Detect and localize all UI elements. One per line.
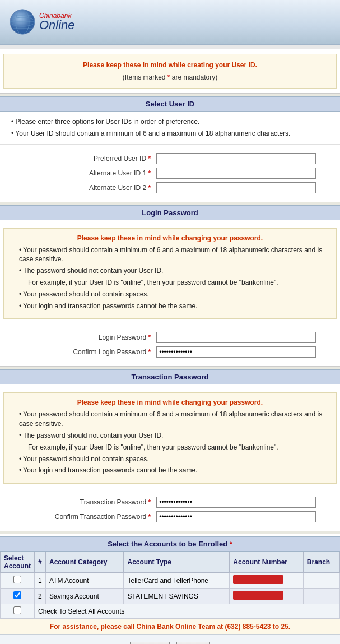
transaction-password-label: Transaction Password * xyxy=(0,495,153,509)
select-all-label: Check To Select All Accounts xyxy=(38,608,125,615)
back-button[interactable]: Back xyxy=(176,642,211,644)
login-password-form: Login Password * Confirm Login Password … xyxy=(0,323,340,366)
account-2-type: STATEMENT SAVINGS xyxy=(124,589,230,604)
login-hint-4: Your login and transaction passwords can… xyxy=(12,302,328,311)
keep-in-mind-text: Please keep these in mind while creating… xyxy=(15,61,325,69)
login-hint-2-sub: For example, if your User ID is "online"… xyxy=(12,278,328,288)
transaction-password-cell xyxy=(153,495,340,509)
alternate-user-id-2-label: Alternate User ID 2 * xyxy=(0,180,153,195)
bullet-item-2: Your User ID should contain a minimum of… xyxy=(11,129,334,138)
submit-button[interactable]: Submit xyxy=(130,642,170,644)
login-hint-1: Your password should contain a minimum o… xyxy=(12,245,328,265)
account-1-checkbox-cell xyxy=(1,573,35,589)
divider-4 xyxy=(0,531,340,534)
preferred-user-id-cell xyxy=(153,151,340,166)
page-wrapper: Chinabank Online Please keep these in mi… xyxy=(0,0,340,644)
alternate-user-id-1-row: Alternate User ID 1 * xyxy=(0,166,340,180)
login-hint-3: Your password should not contain spaces. xyxy=(12,290,328,299)
transaction-password-header: Transaction Password xyxy=(0,369,340,384)
account-row-2: 2 Savings Account STATEMENT SAVINGS xyxy=(1,589,340,604)
account-table: SelectAccount # Account Category Account… xyxy=(0,552,340,619)
mandatory-suffix: are mandatory) xyxy=(170,73,217,81)
confirm-login-password-input[interactable] xyxy=(156,346,316,358)
bullet-item-1: Please enter three options for User IDs … xyxy=(11,117,334,127)
transaction-hint-3: Your password should not contain spaces. xyxy=(12,455,328,464)
select-all-checkbox[interactable] xyxy=(13,606,21,614)
account-1-checkbox[interactable] xyxy=(13,576,21,583)
confirm-transaction-password-label: Confirm Transaction Password * xyxy=(0,509,153,524)
account-1-branch xyxy=(303,573,339,589)
account-1-category: ATM Account xyxy=(46,573,124,589)
logo-globe-icon xyxy=(8,8,36,36)
account-1-num: 1 xyxy=(35,573,46,589)
confirm-login-password-row: Confirm Login Password * xyxy=(0,345,340,359)
login-hint-title: Please keep these in mind while changing… xyxy=(12,234,328,242)
confirm-transaction-password-cell xyxy=(153,509,340,524)
login-password-table: Login Password * Confirm Login Password … xyxy=(0,330,340,359)
spacer-1 xyxy=(0,220,340,224)
account-2-branch xyxy=(303,589,339,604)
account-2-checkbox[interactable] xyxy=(13,591,21,599)
mandatory-note: (Items marked * are mandatory) xyxy=(15,73,325,81)
transaction-hint-title: Please keep these in mind while changing… xyxy=(12,399,328,406)
logo-online: Online xyxy=(39,18,75,32)
button-area: Submit Back xyxy=(0,634,340,644)
account-1-type: TellerCard and TellerPhone xyxy=(124,573,230,589)
alternate-user-id-2-input[interactable] xyxy=(156,182,316,193)
account-1-number-redacted xyxy=(233,575,283,584)
account-2-category: Savings Account xyxy=(46,589,124,604)
logo-text: Chinabank Online xyxy=(39,12,75,31)
login-password-input[interactable] xyxy=(156,332,316,343)
account-2-number xyxy=(230,589,303,604)
account-enrollment-section: Select the Accounts to be Enrolled * Sel… xyxy=(0,536,340,619)
logo-area: Chinabank Online xyxy=(8,8,75,36)
account-table-header-row: SelectAccount # Account Category Account… xyxy=(1,552,340,573)
header-separator xyxy=(0,45,340,49)
info-box: Please keep these in mind while creating… xyxy=(3,54,337,89)
col-type: Account Type xyxy=(124,552,230,573)
alternate-user-id-1-input[interactable] xyxy=(156,168,316,179)
preferred-user-id-input[interactable] xyxy=(156,153,316,164)
login-password-hint-box: Please keep these in mind while changing… xyxy=(3,228,337,319)
enroll-header: Select the Accounts to be Enrolled * xyxy=(0,536,340,552)
transaction-password-table: Transaction Password * Confirm Transacti… xyxy=(0,495,340,524)
user-id-bullets: Please enter three options for User IDs … xyxy=(0,112,340,145)
col-branch: Branch xyxy=(303,552,339,573)
col-category: Account Category xyxy=(46,552,124,573)
confirm-transaction-password-input[interactable] xyxy=(156,511,316,522)
account-row-1: 1 ATM Account TellerCard and TellerPhone xyxy=(1,573,340,589)
col-num: # xyxy=(35,552,46,573)
header: Chinabank Online xyxy=(0,0,340,45)
enroll-title: Select the Accounts to be Enrolled xyxy=(108,540,227,548)
account-1-number xyxy=(230,573,303,589)
assistance-bar: For assistance, please call China Bank O… xyxy=(0,619,340,634)
login-password-row: Login Password * xyxy=(0,330,340,345)
confirm-login-password-label: Confirm Login Password * xyxy=(0,345,153,359)
select-all-row: Check To Select All Accounts xyxy=(1,604,340,619)
account-2-number-redacted xyxy=(233,591,283,600)
transaction-hint-2-sub: For example, if your User ID is "online"… xyxy=(12,443,328,452)
col-account-number: Account Number xyxy=(230,552,303,573)
transaction-hint-4: Your login and transaction passwords can… xyxy=(12,466,328,475)
transaction-password-row: Transaction Password * xyxy=(0,495,340,509)
confirm-transaction-password-row: Confirm Transaction Password * xyxy=(0,509,340,524)
transaction-password-hint-box: Please keep these in mind while changing… xyxy=(3,392,337,484)
user-id-form: Preferred User ID * Alternate User ID 1 … xyxy=(0,145,340,202)
alternate-user-id-1-cell xyxy=(153,166,340,180)
transaction-hint-2: The password should not contain your Use… xyxy=(12,431,328,441)
alternate-user-id-1-label: Alternate User ID 1 * xyxy=(0,166,153,180)
spacer-2 xyxy=(0,384,340,388)
transaction-password-form: Transaction Password * Confirm Transacti… xyxy=(0,488,340,531)
select-user-id-header: Select User ID xyxy=(0,96,340,112)
transaction-password-input[interactable] xyxy=(156,497,316,508)
alternate-user-id-2-row: Alternate User ID 2 * xyxy=(0,180,340,195)
transaction-hint-1: Your password should contain a minimum o… xyxy=(12,410,328,429)
account-2-checkbox-cell xyxy=(1,589,35,604)
preferred-user-id-label: Preferred User ID * xyxy=(0,151,153,166)
alternate-user-id-2-cell xyxy=(153,180,340,195)
enroll-required-star: * xyxy=(230,540,232,548)
user-id-table: Preferred User ID * Alternate User ID 1 … xyxy=(0,151,340,195)
select-all-label-cell: Check To Select All Accounts xyxy=(35,604,340,619)
confirm-login-password-cell xyxy=(153,345,340,359)
preferred-user-id-row: Preferred User ID * xyxy=(0,151,340,166)
